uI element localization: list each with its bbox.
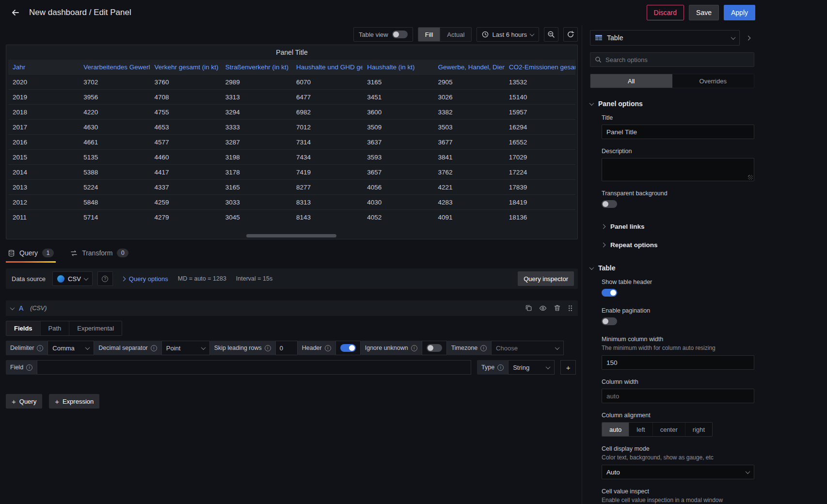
cell-display-mode-description: Color text, background, show as gauge, e… <box>602 454 754 461</box>
transparent-background-toggle[interactable] <box>602 200 617 208</box>
query-row-actions <box>525 304 573 312</box>
add-field-button[interactable]: + <box>560 360 576 375</box>
column-width-input[interactable] <box>602 389 754 403</box>
table-row: 201646614577328773143637367716552 <box>8 134 575 149</box>
table-row: 201939564708331364773451302615140 <box>8 89 575 104</box>
timezone-select[interactable]: Choose <box>491 341 564 355</box>
tab-all[interactable]: All <box>590 74 672 88</box>
table-cell: 3677 <box>434 139 505 146</box>
alignment-option-right[interactable]: right <box>685 423 712 436</box>
table-cell: 7419 <box>292 169 363 176</box>
breadcrumb[interactable]: New dashboard / Edit Panel <box>29 8 131 17</box>
section-panel-links[interactable]: Panel links <box>602 219 754 234</box>
info-icon: i <box>411 345 417 351</box>
delimiter-select[interactable]: Comma <box>48 341 94 355</box>
column-header[interactable]: CO2-Emissionen gesar <box>505 63 575 71</box>
time-range-picker[interactable]: Last 6 hours <box>477 27 539 42</box>
cell-value-inspect-description: Enable cell value inspection in a modal … <box>602 497 754 504</box>
transparent-background-block: Transparent background <box>602 190 754 210</box>
tab-transform[interactable]: Transform 0 <box>68 243 130 263</box>
refresh-button[interactable] <box>563 27 578 42</box>
table-cell: 4221 <box>434 184 505 191</box>
visualization-picker[interactable]: Table <box>590 30 740 46</box>
panel-links-label: Panel links <box>610 223 645 230</box>
add-query-button[interactable]: + Query <box>6 394 42 409</box>
timezone-value: Choose <box>496 345 518 352</box>
field-name-input[interactable] <box>37 360 471 375</box>
column-header[interactable]: Verkehr gesamt (in kt) <box>150 63 221 71</box>
zoom-out-button[interactable] <box>544 27 558 42</box>
query-inspector-button[interactable]: Query inspector <box>518 271 574 286</box>
show-table-header-toggle[interactable] <box>602 289 617 297</box>
hide-response-eye-icon[interactable] <box>539 304 547 312</box>
discard-button[interactable]: Discard <box>647 5 684 20</box>
duplicate-icon[interactable] <box>525 304 532 312</box>
search-options-input[interactable] <box>605 56 749 63</box>
collapse-chevron-icon[interactable] <box>10 305 15 310</box>
datasource-picker[interactable]: CSV <box>52 271 93 286</box>
fit-option-fill[interactable]: Fill <box>418 28 440 41</box>
query-ref-id[interactable]: A <box>19 304 23 312</box>
show-table-header-block: Show table header <box>602 279 754 299</box>
tab-fields[interactable]: Fields <box>6 321 40 335</box>
fit-option-actual[interactable]: Actual <box>440 28 471 41</box>
column-header[interactable]: Verarbeitendes Gewerl <box>79 63 150 71</box>
datasource-help-button[interactable]: ? <box>97 271 113 286</box>
horizontal-scrollbar[interactable] <box>246 234 336 237</box>
table-cell: 8277 <box>292 184 363 191</box>
alignment-option-center[interactable]: center <box>652 423 685 436</box>
back-button[interactable] <box>8 5 23 20</box>
info-icon: i <box>480 345 487 351</box>
header-toggle[interactable] <box>340 344 356 352</box>
column-header[interactable]: Jahr <box>8 63 79 71</box>
column-header[interactable]: Haushalte (in kt) <box>363 63 433 71</box>
table-view-toggle[interactable] <box>392 31 408 38</box>
tab-path[interactable]: Path <box>40 321 69 335</box>
save-button[interactable]: Save <box>689 5 719 20</box>
enable-pagination-toggle[interactable] <box>602 317 617 325</box>
alignment-option-left[interactable]: left <box>629 423 652 436</box>
tab-query[interactable]: Query 1 <box>6 243 56 263</box>
tab-overrides[interactable]: Overrides <box>672 74 754 88</box>
fit-mode-group: Fill Actual <box>418 27 472 42</box>
table-cell: 17839 <box>505 184 575 191</box>
chevron-down-icon <box>589 101 594 106</box>
datasource-bar: Data source CSV ? Query options MD = aut… <box>6 268 578 289</box>
skip-leading-rows-label-text: Skip leading rows <box>214 345 262 351</box>
add-expression-button[interactable]: + Expression <box>49 394 99 409</box>
skip-leading-rows-input[interactable] <box>275 341 298 355</box>
type-select[interactable]: String <box>508 360 555 375</box>
table-row: 201842204755329469823600338215957 <box>8 104 575 119</box>
collapse-pane-button[interactable] <box>742 30 754 46</box>
repeat-options-label: Repeat options <box>610 241 658 249</box>
table-cell: 4661 <box>79 139 150 146</box>
section-panel-options[interactable]: Panel options <box>590 100 754 108</box>
decimal-separator-select[interactable]: Point <box>161 341 210 355</box>
cell-display-mode-select[interactable]: Auto <box>602 465 754 479</box>
min-column-width-block: Minimum column width The minimum width f… <box>602 336 754 370</box>
info-icon: i <box>325 345 331 351</box>
alignment-option-auto[interactable]: auto <box>602 423 629 436</box>
column-header[interactable]: Straßenverkehr (in kt) <box>221 63 292 71</box>
query-options-toggle[interactable]: Query options <box>122 275 168 283</box>
table-viz-icon <box>595 34 603 42</box>
trash-icon[interactable] <box>554 304 561 312</box>
column-header[interactable]: Gewerbe, Handel, Dien <box>434 63 505 71</box>
tab-experimental[interactable]: Experimental <box>69 321 122 335</box>
min-column-width-input[interactable] <box>602 355 754 370</box>
panel-description-textarea[interactable] <box>602 158 754 181</box>
section-table[interactable]: Table <box>590 264 754 272</box>
plus-icon: + <box>566 364 571 371</box>
column-header[interactable]: Haushalte und GHD ge <box>292 63 363 71</box>
ignore-unknown-toggle[interactable] <box>427 344 442 352</box>
arrow-left-icon <box>11 8 20 17</box>
section-repeat-options[interactable]: Repeat options <box>602 237 754 252</box>
panel-title-input[interactable] <box>602 125 754 139</box>
viz-picker-row: Table <box>590 30 754 46</box>
drag-handle-icon[interactable] <box>568 304 573 312</box>
info-icon: i <box>151 345 157 351</box>
panel-preview: Panel Title JahrVerarbeitendes GewerlVer… <box>6 45 578 239</box>
options-search <box>590 52 754 67</box>
apply-button[interactable]: Apply <box>724 5 755 20</box>
table-cell: 2019 <box>8 94 79 101</box>
